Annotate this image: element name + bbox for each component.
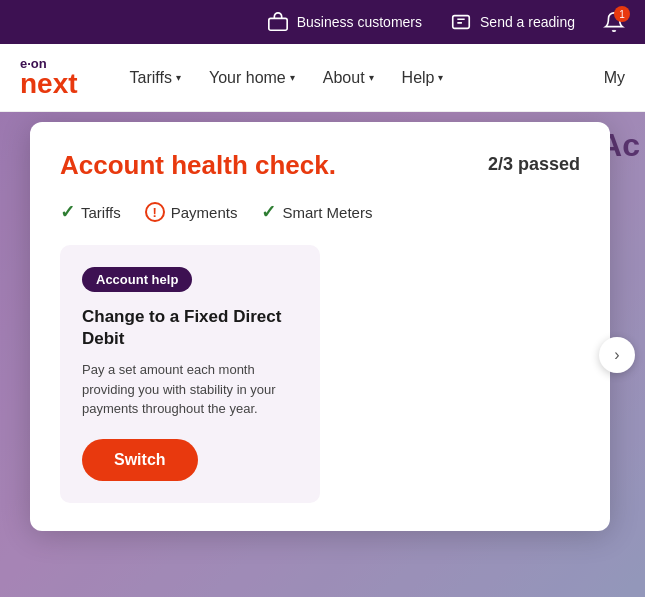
check-smart-meters-label: Smart Meters xyxy=(282,204,372,221)
nav-tariffs[interactable]: Tariffs ▾ xyxy=(118,61,193,95)
business-customers-link[interactable]: Business customers xyxy=(267,11,422,33)
modal-score: 2/3 passed xyxy=(488,154,580,175)
svg-rect-2 xyxy=(453,16,470,29)
logo-next-text: next xyxy=(20,70,78,98)
info-card-title: Change to a Fixed Direct Debit xyxy=(82,306,298,350)
modal-title: Account health check. xyxy=(60,150,336,181)
top-bar: Business customers Send a reading 1 xyxy=(0,0,645,44)
notifications-link[interactable]: 1 xyxy=(603,11,625,33)
check-smart-meters-icon: ✓ xyxy=(261,201,276,223)
svg-rect-0 xyxy=(269,18,287,30)
meter-icon xyxy=(450,11,472,33)
my-label: My xyxy=(604,69,625,86)
notification-count: 1 xyxy=(614,6,630,22)
help-chevron-icon: ▾ xyxy=(438,72,443,83)
nav-items: Tariffs ▾ Your home ▾ About ▾ Help ▾ xyxy=(118,61,604,95)
chevron-right-icon: › xyxy=(614,346,619,364)
check-tariffs: ✓ Tariffs xyxy=(60,201,121,223)
logo[interactable]: e·on next xyxy=(20,57,78,98)
switch-button[interactable]: Switch xyxy=(82,439,198,481)
info-card-desc: Pay a set amount each month providing yo… xyxy=(82,360,298,419)
your-home-chevron-icon: ▾ xyxy=(290,72,295,83)
modal-checks: ✓ Tariffs ! Payments ✓ Smart Meters xyxy=(60,201,580,223)
tariffs-label: Tariffs xyxy=(130,69,172,87)
about-chevron-icon: ▾ xyxy=(369,72,374,83)
about-label: About xyxy=(323,69,365,87)
briefcase-icon xyxy=(267,11,289,33)
send-reading-label: Send a reading xyxy=(480,14,575,30)
carousel-next-button[interactable]: › xyxy=(599,337,635,373)
nav-about[interactable]: About ▾ xyxy=(311,61,386,95)
nav-your-home[interactable]: Your home ▾ xyxy=(197,61,307,95)
check-payments-icon: ! xyxy=(145,202,165,222)
check-smart-meters: ✓ Smart Meters xyxy=(261,201,372,223)
check-tariffs-label: Tariffs xyxy=(81,204,121,221)
info-card: Account help Change to a Fixed Direct De… xyxy=(60,245,320,503)
health-check-modal: Account health check. 2/3 passed ✓ Tarif… xyxy=(30,122,610,531)
help-label: Help xyxy=(402,69,435,87)
send-reading-link[interactable]: Send a reading xyxy=(450,11,575,33)
check-payments-label: Payments xyxy=(171,204,238,221)
nav-my-account[interactable]: My xyxy=(604,69,625,87)
business-customers-label: Business customers xyxy=(297,14,422,30)
check-payments: ! Payments xyxy=(145,202,238,222)
tariffs-chevron-icon: ▾ xyxy=(176,72,181,83)
main-background: Ac Account health check. 2/3 passed ✓ Ta… xyxy=(0,112,645,597)
your-home-label: Your home xyxy=(209,69,286,87)
nav-help[interactable]: Help ▾ xyxy=(390,61,456,95)
check-tariffs-icon: ✓ xyxy=(60,201,75,223)
modal-header: Account health check. 2/3 passed xyxy=(60,150,580,181)
account-help-badge: Account help xyxy=(82,267,192,292)
nav-bar: e·on next Tariffs ▾ Your home ▾ About ▾ … xyxy=(0,44,645,112)
